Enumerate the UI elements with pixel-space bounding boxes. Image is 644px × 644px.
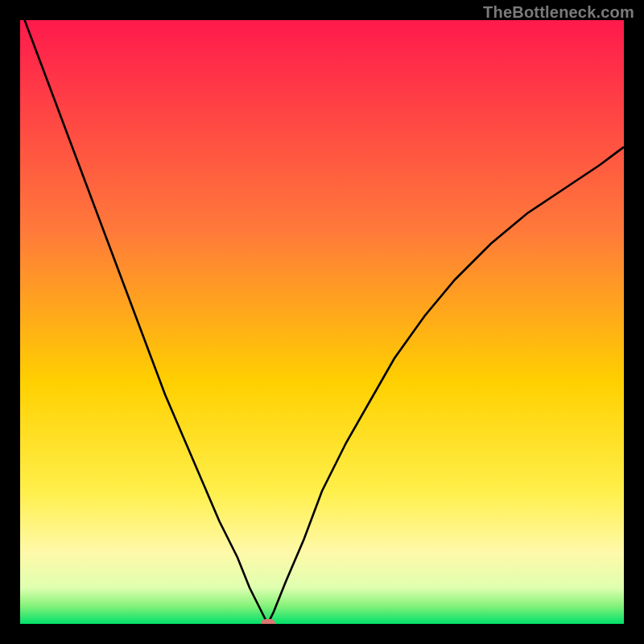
bottleneck-curve bbox=[20, 20, 624, 624]
optimal-point-marker bbox=[261, 619, 275, 624]
bottleneck-curve-svg bbox=[20, 20, 624, 624]
plot-area bbox=[20, 20, 624, 624]
chart-frame: TheBottleneck.com bbox=[0, 0, 644, 644]
watermark-label: TheBottleneck.com bbox=[483, 3, 634, 22]
